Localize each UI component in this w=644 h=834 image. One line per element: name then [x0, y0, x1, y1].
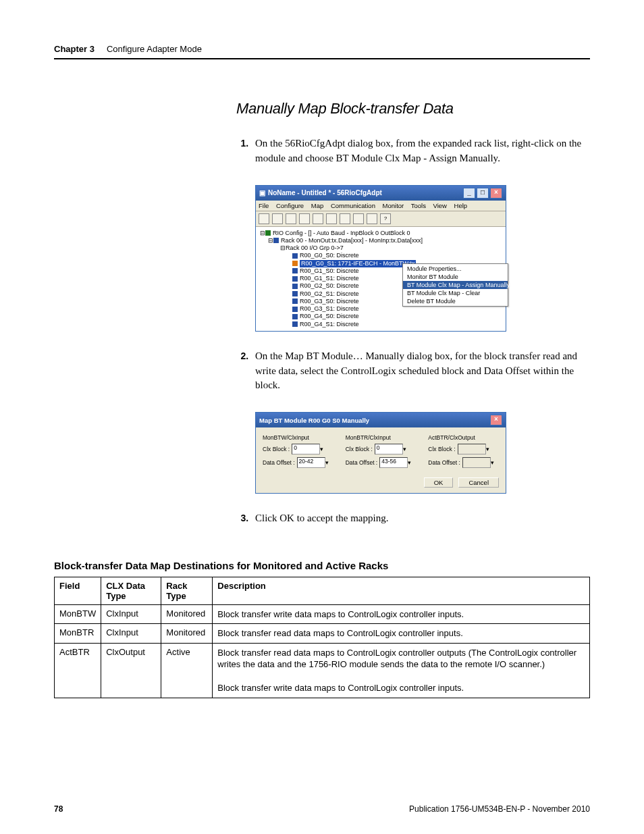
dropdown-icon: ▾	[491, 459, 494, 466]
context-menu-item-selected[interactable]: BT Module Clx Map - Assign Manually ...	[403, 281, 508, 289]
cell-clx: ClxInput	[101, 624, 161, 644]
table-row: MonBTR ClxInput Monitored Block transfer…	[55, 624, 590, 644]
table-heading: Block-transfer Data Map Destinations for…	[54, 560, 590, 571]
data-offset-label: Data Offset :	[428, 459, 460, 466]
menu-configure[interactable]: Configure	[276, 202, 304, 209]
tree-iogroup[interactable]: Rack 00 I/O Grp 0->7	[286, 244, 344, 252]
menu-tools[interactable]: Tools	[411, 202, 426, 209]
data-offset-select[interactable]: 20-42	[297, 457, 325, 468]
app-icon: ▣	[259, 189, 265, 197]
module-icon	[292, 307, 298, 312]
section-heading: Manually Map Block-transfer Data	[236, 100, 590, 118]
menu-bar[interactable]: File Configure Map Communication Monitor…	[256, 201, 506, 211]
menu-view[interactable]: View	[433, 202, 447, 209]
clx-block-label: Clx Block :	[428, 446, 455, 452]
dialog-column: ActBTR/ClxOutput Clx Block :▾ Data Offse…	[428, 434, 499, 471]
tree-item[interactable]: R00_G2_S1: Discrete	[300, 290, 359, 298]
col-heading: ActBTR/ClxOutput	[428, 434, 475, 441]
context-menu-item[interactable]: Delete BT Module	[403, 297, 508, 305]
toolbar-icon[interactable]	[326, 213, 337, 224]
tree-item[interactable]: R00_G4_S1: Discrete	[300, 321, 359, 328]
tree-item[interactable]: R00_G3_S0: Discrete	[300, 298, 359, 305]
cell-rack: Active	[161, 643, 213, 698]
tree-item-selected[interactable]: R00_G0_S1: 1771-IFE-BCH - MonBTW:tx	[300, 260, 416, 267]
toolbar-icon[interactable]	[313, 213, 323, 224]
clx-block-label: Clx Block :	[346, 446, 373, 452]
close-button[interactable]: ×	[490, 415, 502, 425]
toolbar-icon[interactable]	[259, 213, 269, 224]
tree-item[interactable]: R00_G1_S0: Discrete	[300, 267, 359, 275]
dialog-column: MonBTW/ClxInput Clx Block :0▾ Data Offse…	[263, 434, 333, 471]
data-offset-label: Data Offset :	[346, 459, 378, 466]
ok-button[interactable]: OK	[424, 477, 454, 488]
cell-rack: Monitored	[161, 604, 213, 624]
tree-item[interactable]: R00_G0_S0: Discrete	[300, 252, 359, 259]
tree-item[interactable]: R00_G2_S0: Discrete	[300, 282, 359, 290]
col-rack: Rack Type	[161, 577, 213, 604]
cell-field: MonBTW	[55, 604, 101, 624]
dropdown-icon[interactable]: ▾	[408, 459, 411, 466]
menu-help[interactable]: Help	[454, 202, 468, 209]
steps-list: On the 56RioCfgAdpt dialog box, from the…	[236, 136, 590, 166]
step-1: On the 56RioCfgAdpt dialog box, from the…	[251, 136, 590, 166]
cell-field: ActBTR	[55, 643, 101, 698]
col-heading: MonBTW/ClxInput	[263, 434, 309, 441]
step-3: Click OK to accept the mapping.	[251, 511, 590, 526]
menu-file[interactable]: File	[259, 202, 269, 209]
dropdown-icon[interactable]: ▾	[320, 446, 323, 452]
chapter-title: Configure Adapter Mode	[107, 44, 202, 54]
tree-item[interactable]: R00_G4_S0: Discrete	[300, 313, 359, 320]
context-menu-item[interactable]: BT Module Clx Map - Clear	[403, 289, 508, 297]
context-menu-item[interactable]: Monitor BT Module	[403, 273, 508, 281]
col-field: Field	[55, 577, 101, 604]
col-desc: Description	[213, 577, 590, 604]
clx-block-select[interactable]: 0	[375, 444, 403, 454]
menu-communication[interactable]: Communication	[331, 202, 375, 209]
col-heading: MonBTR/ClxInput	[346, 434, 391, 441]
close-button[interactable]: ×	[490, 188, 502, 199]
rio-config-icon	[265, 230, 271, 236]
toolbar-icon[interactable]	[340, 213, 350, 224]
maximize-button[interactable]: □	[477, 188, 489, 199]
page-number: 78	[54, 804, 63, 814]
dialog-titlebar: Map BT Module R00 G0 S0 Manually ×	[256, 413, 506, 427]
cell-rack: Monitored	[161, 624, 213, 644]
menu-map[interactable]: Map	[311, 202, 323, 209]
tree-rack[interactable]: Rack 00 - MonOut:tx.Data[xxx] - MonInp:t…	[281, 237, 423, 244]
cell-desc: Block transfer read data maps to Control…	[213, 624, 590, 644]
steps-list: On the Map BT Module… Manually dialog bo…	[236, 349, 590, 393]
cell-desc: Block transfer write data maps to Contro…	[213, 604, 590, 624]
tree-item[interactable]: R00_G3_S1: Discrete	[300, 305, 359, 313]
clx-block-select[interactable]: 0	[292, 444, 320, 454]
cell-clx: ClxInput	[101, 604, 161, 624]
dropdown-icon[interactable]: ▾	[325, 459, 329, 466]
tree-item[interactable]: R00_G1_S1: Discrete	[300, 275, 359, 282]
menu-monitor[interactable]: Monitor	[383, 202, 404, 209]
cell-clx: ClxOutput	[101, 643, 161, 698]
module-icon	[292, 261, 298, 266]
tree-root[interactable]: RIO Config - [] - Auto Baud - InpBlock 0…	[273, 230, 410, 237]
chapter-label: Chapter 3	[54, 44, 95, 54]
toolbar-icon[interactable]	[272, 213, 283, 224]
minimize-button[interactable]: _	[463, 188, 475, 199]
toolbar-icon[interactable]	[367, 213, 377, 224]
screenshot-tree-window: ▣ NoName - Untitled * - 56RioCfgAdpt _ □…	[255, 185, 590, 332]
data-offset-label: Data Offset :	[263, 459, 295, 466]
toolbar-icon[interactable]	[299, 213, 310, 224]
context-menu[interactable]: Module Properties... Monitor BT Module B…	[402, 263, 508, 307]
help-icon[interactable]: ?	[380, 213, 391, 224]
context-menu-item[interactable]: Module Properties...	[403, 265, 508, 273]
page-header: Chapter 3 Configure Adapter Mode	[54, 44, 590, 59]
toolbar-icon[interactable]	[286, 213, 296, 224]
toolbar-icon[interactable]	[353, 213, 364, 224]
clx-block-label: Clx Block :	[263, 446, 290, 452]
module-icon	[292, 291, 298, 296]
data-offset-select[interactable]: 43-56	[379, 457, 408, 468]
dropdown-icon[interactable]: ▾	[403, 446, 406, 452]
page-footer: 78 Publication 1756-UM534B-EN-P - Novemb…	[54, 804, 590, 814]
clx-block-select-disabled	[458, 444, 486, 454]
toolbar: ?	[256, 211, 506, 227]
table-row: MonBTW ClxInput Monitored Block transfer…	[55, 604, 590, 624]
cancel-button[interactable]: Cancel	[458, 477, 499, 488]
module-icon	[292, 298, 298, 304]
